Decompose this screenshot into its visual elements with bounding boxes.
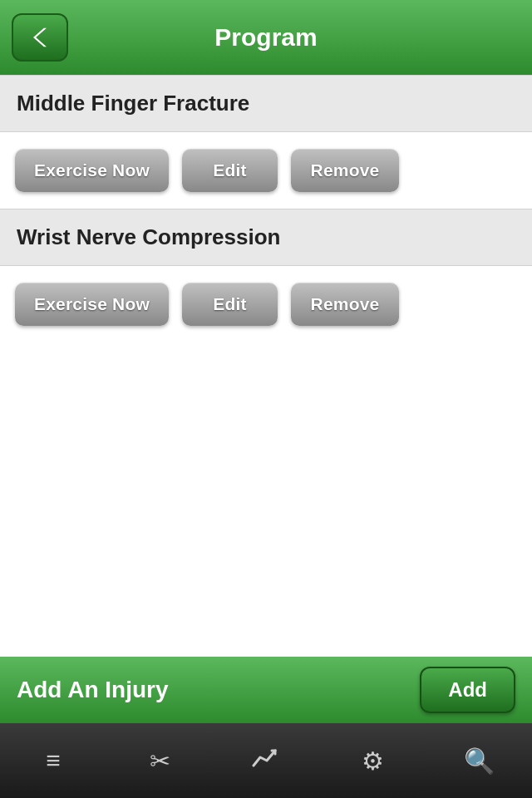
section-header-2: Wrist Nerve Compression	[0, 209, 532, 266]
section-actions-2: Exercise Now Edit Remove	[0, 266, 532, 342]
tools-tab[interactable]: ✂	[126, 736, 193, 786]
menu-icon: ≡	[46, 746, 61, 775]
edit-button-1[interactable]: Edit	[182, 149, 278, 192]
footer-bar: Add An Injury Add ≡ ✂ ⚙ 🔍	[0, 657, 532, 798]
search-icon: 🔍	[464, 746, 495, 776]
settings-tab[interactable]: ⚙	[339, 736, 406, 786]
chart-tab[interactable]	[233, 736, 299, 786]
section-header-1: Middle Finger Fracture	[0, 75, 532, 132]
add-injury-label: Add An Injury	[17, 677, 169, 703]
chart-icon	[252, 746, 280, 776]
section-actions-1: Exercise Now Edit Remove	[0, 132, 532, 209]
add-button[interactable]: Add	[420, 667, 515, 713]
section-title-2: Wrist Nerve Compression	[17, 224, 280, 249]
back-button[interactable]	[12, 13, 68, 62]
program-section-1: Middle Finger Fracture Exercise Now Edit…	[0, 75, 532, 209]
tab-bar: ≡ ✂ ⚙ 🔍	[0, 723, 532, 798]
app-header: Program	[0, 0, 532, 75]
svg-marker-0	[33, 28, 47, 47]
tools-icon: ✂	[150, 746, 170, 776]
gear-icon: ⚙	[362, 746, 384, 776]
section-title-1: Middle Finger Fracture	[17, 91, 249, 116]
add-injury-bar: Add An Injury Add	[0, 657, 532, 723]
header-title: Program	[214, 23, 317, 52]
main-content: Middle Finger Fracture Exercise Now Edit…	[0, 75, 532, 707]
exercise-now-button-1[interactable]: Exercise Now	[15, 149, 169, 192]
edit-button-2[interactable]: Edit	[182, 283, 278, 326]
search-tab[interactable]: 🔍	[446, 736, 512, 786]
menu-tab[interactable]: ≡	[20, 736, 86, 786]
remove-button-2[interactable]: Remove	[291, 283, 399, 326]
remove-button-1[interactable]: Remove	[291, 149, 399, 192]
program-section-2: Wrist Nerve Compression Exercise Now Edi…	[0, 209, 532, 342]
exercise-now-button-2[interactable]: Exercise Now	[15, 283, 169, 326]
